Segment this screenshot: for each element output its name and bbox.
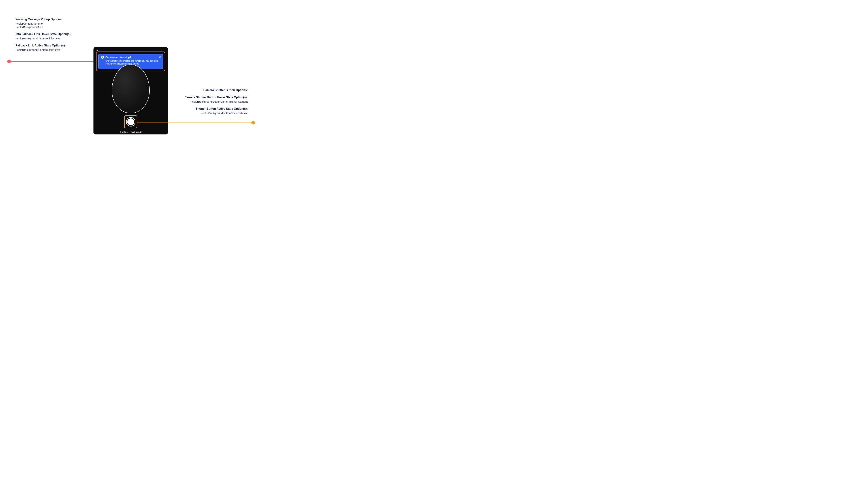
brand-subtitle: Real Identity: [131, 131, 142, 133]
brand-glyph-icon: [119, 131, 121, 133]
active-state-heading: Fallback Link Active State Option(s):: [16, 44, 84, 47]
info-icon: i: [101, 56, 104, 59]
brand-logo: onfido: [119, 131, 128, 133]
shutter-active-item-0: • colorBackgroundButtonCameraActive: [183, 112, 248, 115]
face-capture-oval: [112, 64, 150, 113]
camera-shutter-button[interactable]: [126, 117, 135, 126]
left-connector-dot: [7, 60, 11, 63]
shutter-hover-item-0: • colorBackgroundButtonCameraHover Camer…: [183, 100, 248, 103]
alert-body-text: Check that it is connected and functiona…: [105, 60, 158, 62]
shutter-options-block: Camera Shutter Button Options:: [183, 89, 248, 92]
brand-name: onfido: [121, 131, 128, 133]
shutter-highlight-frame: [124, 115, 137, 128]
brand-bar: onfido Real Identity: [93, 131, 168, 133]
right-annotation-group: Camera Shutter Button Options: Camera Sh…: [183, 89, 248, 119]
shutter-options-heading: Camera Shutter Button Options:: [183, 89, 248, 92]
alert-title: Camera not working?: [105, 56, 131, 59]
hover-state-block: Info Fallback Link Hover State Option(s)…: [16, 32, 84, 40]
shutter-active-block: Shutter Button Active State Option(s): •…: [183, 107, 248, 115]
warning-popup-heading: Warning Message Popup Options:: [16, 18, 84, 21]
hover-state-item-0: • colorBackgroundAlertInfoLinkHover: [16, 37, 84, 40]
left-annotation-group: Warning Message Popup Options: • colorCo…: [16, 18, 84, 55]
warning-popup-block: Warning Message Popup Options: • colorCo…: [16, 18, 84, 29]
warning-popup-item-1: • colorBackgroundAlert: [16, 26, 84, 29]
alert-title-row: i Camera not working?: [101, 56, 160, 59]
shutter-inner-icon: [127, 118, 134, 125]
shutter-hover-block: Camera Shutter Button Hover State Option…: [183, 96, 248, 103]
warning-popup-item-0: • colorContentAlertInfo: [16, 22, 84, 25]
active-state-block: Fallback Link Active State Option(s): • …: [16, 44, 84, 51]
shutter-hover-heading: Camera Shutter Button Hover State Option…: [183, 96, 248, 99]
left-connector-line: [10, 61, 96, 62]
right-connector-line: [137, 122, 252, 123]
active-state-item-0: • colorBackgroundAlertInfoLinkActive: [16, 48, 84, 51]
hover-state-heading: Info Fallback Link Hover State Option(s)…: [16, 32, 84, 36]
sdk-camera-mock: ← i Camera not working? ✕ Check that it …: [93, 47, 168, 135]
right-connector-dot: [251, 121, 255, 124]
shutter-active-heading: Shutter Button Active State Option(s):: [183, 107, 248, 110]
close-icon[interactable]: ✕: [159, 56, 161, 59]
